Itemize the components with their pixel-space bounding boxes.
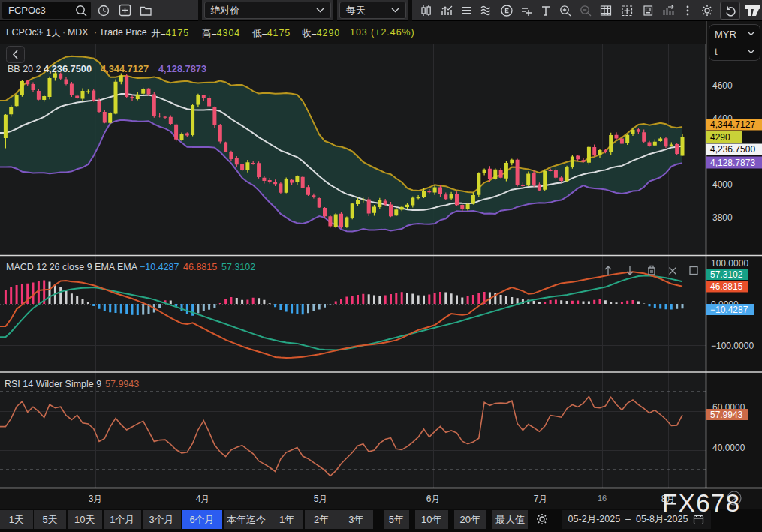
svg-text:4,128.7873: 4,128.7873 — [710, 158, 755, 168]
svg-text:4600: 4600 — [712, 80, 733, 91]
svg-text:57.3102: 57.3102 — [221, 262, 255, 272]
svg-text:46.8815: 46.8815 — [183, 262, 217, 272]
svg-text:MACD 12 26 close 9 EMA EMA: MACD 12 26 close 9 EMA EMA — [6, 262, 138, 272]
svg-text:4,344.7127: 4,344.7127 — [710, 119, 755, 130]
svg-text:4月: 4月 — [196, 494, 210, 504]
svg-text:4,236.7500: 4,236.7500 — [44, 63, 92, 74]
svg-text:16: 16 — [598, 494, 607, 503]
svg-text:46.8815: 46.8815 — [710, 281, 743, 292]
svg-text:5月: 5月 — [314, 494, 328, 504]
svg-text:−100.0000: −100.0000 — [711, 341, 754, 351]
svg-text:4,344.7127: 4,344.7127 — [101, 63, 149, 74]
svg-text:−10.4287: −10.4287 — [140, 262, 179, 272]
svg-text:RSI 14 Wilder Simple 9: RSI 14 Wilder Simple 9 — [5, 379, 101, 389]
svg-text:57.9943: 57.9943 — [105, 379, 139, 389]
svg-text:6月: 6月 — [426, 494, 441, 504]
svg-text:40.0000: 40.0000 — [712, 443, 745, 453]
svg-text:4000: 4000 — [712, 179, 733, 190]
svg-text:−10.4287: −10.4287 — [710, 305, 748, 315]
svg-text:4290: 4290 — [710, 132, 730, 143]
svg-text:7月: 7月 — [534, 494, 548, 504]
svg-text:3月: 3月 — [89, 494, 103, 504]
svg-text:100.0000: 100.0000 — [711, 258, 748, 269]
svg-text:4,128.7873: 4,128.7873 — [158, 63, 206, 74]
svg-text:57.9943: 57.9943 — [710, 410, 743, 420]
svg-text:57.3102: 57.3102 — [710, 269, 743, 280]
svg-text:BB 20 2: BB 20 2 — [8, 64, 41, 74]
svg-text:3800: 3800 — [712, 212, 733, 223]
svg-text:4,236.7500: 4,236.7500 — [710, 144, 755, 155]
